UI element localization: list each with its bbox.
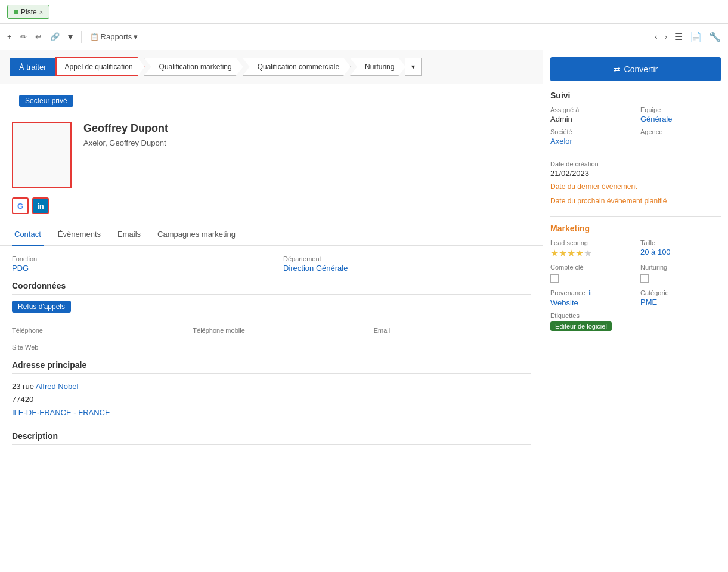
toolbar-separator — [81, 31, 82, 43]
social-icons-row: G in — [0, 197, 543, 224]
convert-button[interactable]: ⇄ Convertir — [550, 57, 721, 81]
suivi-prochain-event: Date du prochain événement planifié — [550, 197, 721, 206]
lead-scoring-label: Lead scoring — [550, 239, 631, 246]
categorie-value[interactable]: PME — [640, 298, 721, 307]
field-telephone: Téléphone — [12, 327, 169, 335]
fonction-value[interactable]: PDG — [12, 264, 259, 273]
left-panel: À traiter Appel de qualification Qualifi… — [0, 50, 543, 572]
marketing-nurturing: Nurturing — [640, 264, 721, 285]
add-button[interactable]: + — [7, 32, 12, 41]
address-region-link[interactable]: ILE-DE-FRANCE - FRANCE — [12, 408, 110, 417]
form-row-fonction-dept: Fonction PDG Département Direction Génér… — [12, 255, 531, 273]
divider2 — [550, 216, 721, 217]
marketing-provenance: Provenance ℹ Website — [550, 289, 631, 307]
contact-subtitle: Axelor, Geoffrey Dupont — [83, 138, 168, 147]
doc-button[interactable]: 📄 — [690, 31, 702, 42]
stage-appel-qualification[interactable]: Appel de qualification — [55, 57, 145, 76]
provenance-label: Provenance ℹ — [550, 289, 631, 297]
close-tab-icon[interactable]: × — [39, 8, 43, 16]
edit-button[interactable]: ✏ — [20, 32, 27, 41]
taille-value[interactable]: 20 à 100 — [640, 248, 721, 256]
suivi-grid-dates: Date de création 21/02/2023 Date du dern… — [550, 160, 721, 206]
date-creation-label: Date de création — [550, 160, 721, 168]
prochain-event-label[interactable]: Date du prochain événement planifié — [550, 197, 721, 205]
tab-evenements[interactable]: Évènements — [55, 224, 103, 246]
contact-card: Geoffrey Dupont Axelor, Geoffrey Dupont — [0, 113, 543, 197]
suivi-equipe: Equipe Générale — [640, 106, 721, 123]
settings-button[interactable]: 🔧 — [709, 31, 721, 42]
toolbar: + ✏ ↩ 🔗 ▾ 📋 Rapports ▾ ‹ › ☰ 📄 🔧 — [0, 24, 728, 50]
marketing-lead-scoring: Lead scoring ★★★★★ — [550, 239, 631, 259]
marketing-section: Marketing Lead scoring ★★★★★ Taille 20 à… — [550, 224, 721, 331]
date-creation-value: 21/02/2023 — [550, 169, 721, 178]
linkedin-button[interactable]: in — [32, 197, 49, 214]
stage-dropdown[interactable]: ▾ — [405, 58, 422, 76]
content-tabs: Contact Évènements Emails Campagnes mark… — [0, 224, 543, 246]
stage-nurturing[interactable]: Nurturing — [350, 58, 405, 76]
toolbar-right: ‹ › ☰ 📄 🔧 — [655, 31, 721, 42]
description-title: Description — [12, 431, 531, 445]
suivi-title: Suivi — [550, 91, 721, 100]
field-fonction: Fonction PDG — [12, 255, 259, 273]
adresse-title: Adresse principale — [12, 360, 531, 374]
nurturing-checkbox[interactable] — [640, 274, 649, 283]
address-link[interactable]: Alfred Nobel — [36, 382, 79, 391]
societe-value[interactable]: Axelor — [550, 137, 631, 146]
field-site: Site Web — [12, 344, 531, 352]
refus-appels-tag: Refus d'appels — [12, 301, 71, 313]
divider1 — [550, 153, 721, 153]
link-button[interactable]: 🔗 — [50, 32, 60, 41]
coordonnees-title: Coordonnées — [12, 281, 531, 295]
field-mobile: Téléphone mobile — [193, 327, 349, 335]
assigne-label: Assigné à — [550, 106, 631, 113]
equipe-value[interactable]: Générale — [640, 115, 721, 123]
back-button[interactable]: ↩ — [35, 32, 42, 41]
address-line1: 23 rue Alfred Nobel — [12, 380, 531, 393]
mobile-label: Téléphone mobile — [193, 327, 349, 334]
google-icon: G — [17, 202, 23, 211]
form-row-site: Site Web — [12, 344, 531, 352]
dropdown-arrow[interactable]: ▾ — [68, 31, 73, 42]
reports-button[interactable]: 📋 Rapports ▾ — [90, 32, 138, 41]
societe-label: Société — [550, 128, 631, 135]
dernier-event-label[interactable]: Date du dernier événement — [550, 183, 721, 191]
next-button[interactable]: › — [665, 31, 667, 42]
contact-info: Geoffrey Dupont Axelor, Geoffrey Dupont — [83, 122, 168, 147]
agence-label: Agence — [640, 128, 721, 135]
stars-display: ★★★★★ — [550, 248, 631, 259]
fonction-label: Fonction — [12, 255, 259, 262]
contact-name: Geoffrey Dupont — [83, 122, 168, 135]
departement-value[interactable]: Direction Générale — [283, 264, 531, 273]
secteur-tag-container: Secteur privé — [0, 84, 543, 113]
list-view-button[interactable]: ☰ — [674, 31, 683, 42]
star3: ★ — [567, 248, 575, 258]
linkedin-icon: in — [37, 202, 44, 211]
telephone-label: Téléphone — [12, 327, 169, 334]
suivi-societe: Société Axelor — [550, 128, 631, 146]
suivi-date-creation: Date de création 21/02/2023 — [550, 160, 721, 178]
provenance-value[interactable]: Website — [550, 298, 631, 307]
stage-qualification-commerciale[interactable]: Qualification commerciale — [243, 58, 351, 76]
stage-bar: À traiter Appel de qualification Qualifi… — [0, 50, 543, 84]
tab-bar: Piste × — [0, 0, 728, 24]
star1: ★ — [550, 248, 559, 258]
marketing-taille: Taille 20 à 100 — [640, 239, 721, 259]
marketing-title: Marketing — [550, 224, 721, 233]
taille-label: Taille — [640, 239, 721, 246]
tab-emails[interactable]: Emails — [115, 224, 143, 246]
avatar-box — [12, 122, 72, 188]
tab-contact[interactable]: Contact — [12, 224, 44, 246]
equipe-label: Equipe — [640, 106, 721, 113]
site-label: Site Web — [12, 344, 531, 351]
compte-cle-checkbox[interactable] — [550, 274, 559, 283]
tab-piste[interactable]: Piste × — [7, 5, 49, 19]
stage-qualification-marketing[interactable]: Qualification marketing — [144, 58, 243, 76]
prev-button[interactable]: ‹ — [655, 31, 657, 42]
form-section-main: Fonction PDG Département Direction Génér… — [0, 246, 543, 460]
tab-campagnes[interactable]: Campagnes marketing — [155, 224, 238, 246]
address-line3: ILE-DE-FRANCE - FRANCE — [12, 406, 531, 419]
a-traiter-button[interactable]: À traiter — [10, 58, 56, 76]
google-button[interactable]: G — [12, 197, 29, 214]
email-label: Email — [374, 327, 531, 334]
marketing-etiquettes: Etiquettes Editeur de logiciel — [550, 312, 721, 331]
